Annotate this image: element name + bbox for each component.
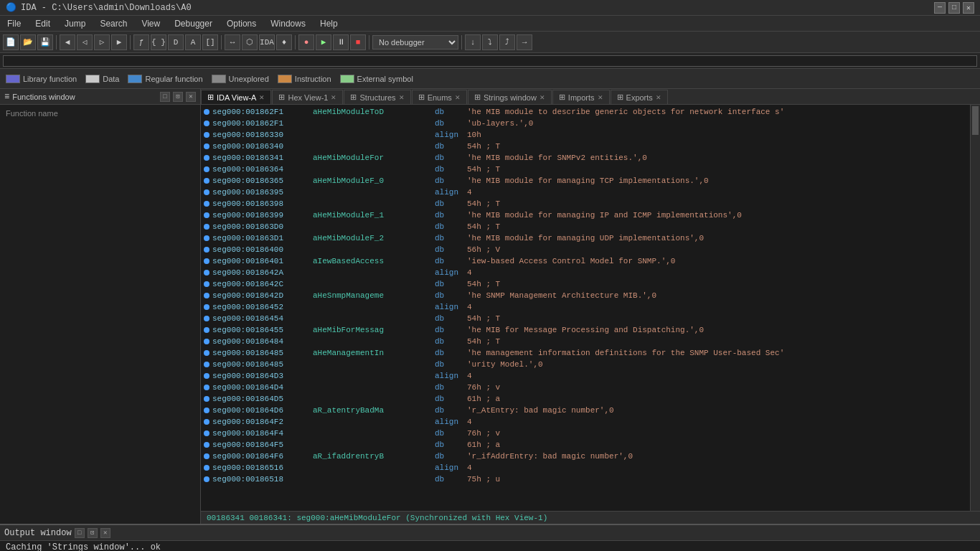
xref-btn[interactable]: ↔ — [225, 34, 240, 50]
menu-edit[interactable]: Edit — [28, 17, 57, 30]
line-opcode: db — [435, 154, 467, 162]
line-operand: 'iew-based Access Control Model for SNMP… — [467, 257, 675, 265]
menu-help[interactable]: Help — [313, 17, 345, 30]
tab-ida-view-close[interactable]: ✕ — [259, 94, 265, 101]
table-row: seg000:00186364db 54h ; T — [204, 164, 977, 175]
array-btn[interactable]: [] — [202, 34, 218, 50]
run-btn[interactable]: ▶ — [316, 34, 331, 50]
legend-unexplored-label: Unexplored — [229, 75, 269, 83]
functions-panel-float[interactable]: ⊡ — [173, 92, 183, 102]
table-row: seg000:00186518db 75h ; u — [204, 474, 977, 485]
line-operand: 'he MIB module for SNMPv2 entities.',0 — [467, 154, 647, 162]
tab-exports[interactable]: ⊞ Exports ✕ — [611, 90, 668, 104]
table-row: seg000:00186398db 54h ; T — [204, 198, 977, 209]
line-opcode: align — [435, 188, 467, 197]
output-float[interactable]: ⊡ — [88, 528, 98, 538]
menu-jump[interactable]: Jump — [57, 17, 93, 30]
table-row: seg000:00186401aIewBasedAccessdb 'iew-ba… — [204, 255, 977, 267]
line-opcode: db — [435, 395, 467, 403]
code-content[interactable]: seg000:001862F1aHeMibModuleToDdb 'he MIB… — [201, 105, 980, 511]
back-btn[interactable]: ◀ — [60, 34, 75, 50]
tab-hex-view-close[interactable]: ✕ — [331, 94, 336, 101]
functions-panel-close[interactable]: ✕ — [186, 92, 196, 102]
code-btn[interactable]: { } — [151, 34, 166, 50]
menu-windows[interactable]: Windows — [263, 17, 313, 30]
tab-structures-close[interactable]: ✕ — [399, 94, 405, 101]
step-over-btn[interactable]: ⤵ — [482, 34, 498, 50]
table-row: seg000:001864D3align 4 — [204, 370, 977, 382]
line-dot — [204, 224, 209, 230]
back2-btn[interactable]: ◁ — [77, 34, 93, 50]
stop-btn[interactable]: ■ — [350, 34, 366, 50]
menu-search[interactable]: Search — [93, 17, 134, 30]
menu-debugger[interactable]: Debugger — [167, 17, 220, 30]
tab-imports[interactable]: ⊞ Imports ✕ — [552, 90, 610, 104]
legend-regular-color — [128, 75, 142, 83]
str-btn[interactable]: A — [185, 34, 201, 50]
step-out-btn[interactable]: ⤴ — [499, 34, 515, 50]
new-btn[interactable]: 📄 — [3, 34, 19, 50]
line-operand: 4 — [467, 463, 472, 472]
legend-regular-label: Regular function — [145, 75, 202, 83]
line-addr: seg000:00186401 — [212, 257, 313, 265]
data-btn[interactable]: D — [168, 34, 184, 50]
line-addr: seg000:001864F5 — [212, 441, 313, 449]
debugger-select[interactable]: No debugger — [372, 35, 458, 50]
line-opcode: db — [435, 475, 467, 484]
line-dot — [204, 327, 209, 333]
nav-input[interactable] — [3, 55, 977, 67]
line-dot — [204, 419, 209, 425]
line-addr: seg000:00186485 — [212, 360, 313, 369]
tab-imports-close[interactable]: ✕ — [598, 94, 603, 101]
line-dot — [204, 121, 209, 126]
save-btn[interactable]: 💾 — [37, 34, 53, 50]
output-restore[interactable]: □ — [75, 528, 85, 538]
table-row: seg000:00186341aHeMibModuleFordb 'he MIB… — [204, 152, 977, 164]
tab-strings-close[interactable]: ✕ — [540, 94, 545, 101]
line-opcode: db — [435, 383, 467, 392]
tab-ida-view[interactable]: ⊞ IDA View-A ✕ — [201, 90, 271, 104]
step-into-btn[interactable]: ↓ — [465, 34, 481, 50]
tab-exports-close[interactable]: ✕ — [656, 94, 661, 101]
ida-btn[interactable]: IDA — [259, 34, 275, 50]
graph-btn[interactable]: ⬡ — [242, 34, 258, 50]
close-button[interactable]: ✕ — [963, 2, 974, 14]
output-close[interactable]: ✕ — [100, 528, 110, 538]
legend-regular: Regular function — [128, 75, 202, 83]
fwd2-btn[interactable]: ▶ — [111, 34, 127, 50]
table-row: seg000:0018642Cdb 54h ; T — [204, 278, 977, 290]
line-label: aHeSnmpManageme — [313, 291, 435, 300]
line-operand: 'he MIB module for managing UDP implemen… — [467, 234, 704, 242]
func-btn[interactable]: ƒ — [133, 34, 149, 50]
pause-btn[interactable]: ⏸ — [333, 34, 349, 50]
tab-enums[interactable]: ⊞ Enums ✕ — [412, 90, 467, 104]
line-dot — [204, 189, 209, 195]
fwd-btn[interactable]: ▷ — [94, 34, 110, 50]
decompile-btn[interactable]: ♦ — [276, 34, 292, 50]
tab-strings[interactable]: ⊞ Strings window ✕ — [468, 90, 552, 104]
maximize-button[interactable]: □ — [948, 2, 960, 14]
legend-bar: Library function Data Regular function U… — [0, 69, 980, 89]
menu-options[interactable]: Options — [220, 17, 263, 30]
line-dot — [204, 442, 209, 448]
tab-structures[interactable]: ⊞ Structures ✕ — [344, 90, 410, 104]
line-operand: 'he management information definitions f… — [467, 349, 784, 357]
main-wrapper: ≡ Functions window □ ⊡ ✕ Function name ⊞… — [0, 89, 980, 551]
run-to-btn[interactable]: → — [517, 34, 532, 50]
menu-file[interactable]: File — [0, 17, 28, 30]
menu-view[interactable]: View — [134, 17, 167, 30]
open-btn[interactable]: 📂 — [20, 34, 36, 50]
title-bar-controls[interactable]: ─ □ ✕ — [934, 2, 974, 14]
tab-hex-view[interactable]: ⊞ Hex View-1 ✕ — [272, 90, 343, 104]
functions-panel-restore[interactable]: □ — [160, 92, 170, 102]
minimize-button[interactable]: ─ — [934, 2, 946, 14]
table-row: seg000:00186395align 4 — [204, 187, 977, 198]
code-scrollbar[interactable] — [970, 105, 980, 511]
table-row: seg000:00186516align 4 — [204, 462, 977, 474]
tab-enums-close[interactable]: ✕ — [455, 94, 461, 101]
sep4 — [295, 35, 296, 50]
scrollbar-thumb[interactable] — [972, 106, 979, 135]
line-opcode: db — [435, 108, 467, 116]
bp-btn[interactable]: ● — [298, 34, 314, 50]
toolbar: 📄 📂 💾 ◀ ◁ ▷ ▶ ƒ { } D A [] ↔ ⬡ IDA ♦ ● ▶… — [0, 32, 980, 53]
